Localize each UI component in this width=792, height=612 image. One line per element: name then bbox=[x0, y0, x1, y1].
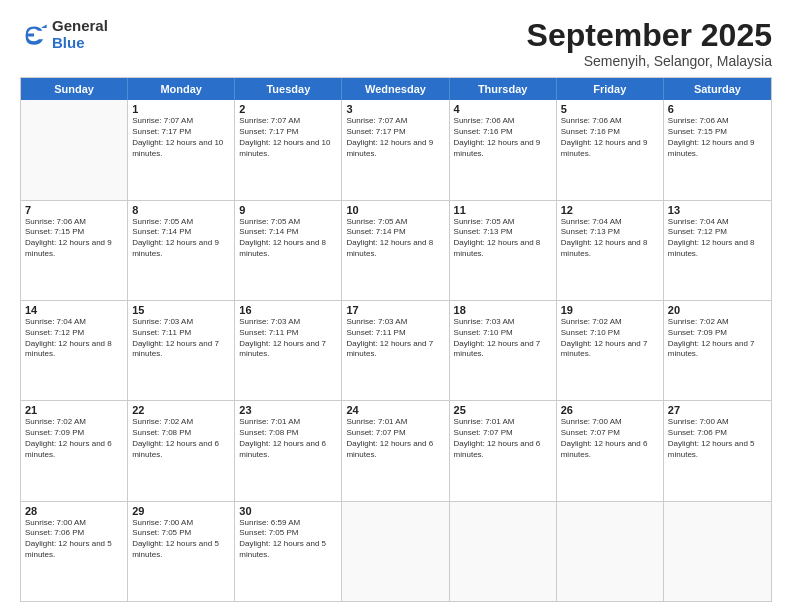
cal-cell-1-3: 10Sunrise: 7:05 AM Sunset: 7:14 PM Dayli… bbox=[342, 201, 449, 300]
cell-info: Sunrise: 7:04 AM Sunset: 7:13 PM Dayligh… bbox=[561, 217, 659, 260]
cal-cell-3-1: 22Sunrise: 7:02 AM Sunset: 7:08 PM Dayli… bbox=[128, 401, 235, 500]
header-saturday: Saturday bbox=[664, 78, 771, 100]
header-friday: Friday bbox=[557, 78, 664, 100]
day-number: 25 bbox=[454, 404, 552, 416]
cal-cell-4-0: 28Sunrise: 7:00 AM Sunset: 7:06 PM Dayli… bbox=[21, 502, 128, 601]
cell-info: Sunrise: 7:04 AM Sunset: 7:12 PM Dayligh… bbox=[668, 217, 767, 260]
month-title: September 2025 bbox=[527, 18, 772, 53]
day-number: 12 bbox=[561, 204, 659, 216]
cell-info: Sunrise: 7:04 AM Sunset: 7:12 PM Dayligh… bbox=[25, 317, 123, 360]
day-number: 6 bbox=[668, 103, 767, 115]
header-wednesday: Wednesday bbox=[342, 78, 449, 100]
cell-info: Sunrise: 7:01 AM Sunset: 7:07 PM Dayligh… bbox=[346, 417, 444, 460]
day-number: 7 bbox=[25, 204, 123, 216]
calendar-week-4: 28Sunrise: 7:00 AM Sunset: 7:06 PM Dayli… bbox=[21, 502, 771, 601]
cell-info: Sunrise: 7:05 AM Sunset: 7:14 PM Dayligh… bbox=[346, 217, 444, 260]
cal-cell-1-5: 12Sunrise: 7:04 AM Sunset: 7:13 PM Dayli… bbox=[557, 201, 664, 300]
header-sunday: Sunday bbox=[21, 78, 128, 100]
calendar: Sunday Monday Tuesday Wednesday Thursday… bbox=[20, 77, 772, 602]
cell-info: Sunrise: 7:06 AM Sunset: 7:15 PM Dayligh… bbox=[668, 116, 767, 159]
logo-blue-text: Blue bbox=[52, 35, 108, 52]
title-block: September 2025 Semenyih, Selangor, Malay… bbox=[527, 18, 772, 69]
day-number: 8 bbox=[132, 204, 230, 216]
cal-cell-4-3 bbox=[342, 502, 449, 601]
day-number: 17 bbox=[346, 304, 444, 316]
day-number: 28 bbox=[25, 505, 123, 517]
header-monday: Monday bbox=[128, 78, 235, 100]
day-number: 19 bbox=[561, 304, 659, 316]
calendar-week-1: 7Sunrise: 7:06 AM Sunset: 7:15 PM Daylig… bbox=[21, 201, 771, 301]
cal-cell-2-3: 17Sunrise: 7:03 AM Sunset: 7:11 PM Dayli… bbox=[342, 301, 449, 400]
calendar-week-0: 1Sunrise: 7:07 AM Sunset: 7:17 PM Daylig… bbox=[21, 100, 771, 200]
cal-cell-0-1: 1Sunrise: 7:07 AM Sunset: 7:17 PM Daylig… bbox=[128, 100, 235, 199]
cell-info: Sunrise: 7:05 AM Sunset: 7:14 PM Dayligh… bbox=[239, 217, 337, 260]
day-number: 2 bbox=[239, 103, 337, 115]
header-thursday: Thursday bbox=[450, 78, 557, 100]
day-number: 20 bbox=[668, 304, 767, 316]
cal-cell-1-1: 8Sunrise: 7:05 AM Sunset: 7:14 PM Daylig… bbox=[128, 201, 235, 300]
day-number: 15 bbox=[132, 304, 230, 316]
day-number: 1 bbox=[132, 103, 230, 115]
cal-cell-2-5: 19Sunrise: 7:02 AM Sunset: 7:10 PM Dayli… bbox=[557, 301, 664, 400]
cell-info: Sunrise: 7:00 AM Sunset: 7:05 PM Dayligh… bbox=[132, 518, 230, 561]
header: General Blue September 2025 Semenyih, Se… bbox=[20, 18, 772, 69]
day-number: 11 bbox=[454, 204, 552, 216]
cal-cell-3-6: 27Sunrise: 7:00 AM Sunset: 7:06 PM Dayli… bbox=[664, 401, 771, 500]
cell-info: Sunrise: 7:01 AM Sunset: 7:07 PM Dayligh… bbox=[454, 417, 552, 460]
cal-cell-4-1: 29Sunrise: 7:00 AM Sunset: 7:05 PM Dayli… bbox=[128, 502, 235, 601]
cal-cell-2-6: 20Sunrise: 7:02 AM Sunset: 7:09 PM Dayli… bbox=[664, 301, 771, 400]
day-number: 18 bbox=[454, 304, 552, 316]
cell-info: Sunrise: 7:05 AM Sunset: 7:14 PM Dayligh… bbox=[132, 217, 230, 260]
day-number: 22 bbox=[132, 404, 230, 416]
cal-cell-1-6: 13Sunrise: 7:04 AM Sunset: 7:12 PM Dayli… bbox=[664, 201, 771, 300]
cal-cell-2-2: 16Sunrise: 7:03 AM Sunset: 7:11 PM Dayli… bbox=[235, 301, 342, 400]
logo-icon bbox=[20, 21, 48, 49]
cal-cell-3-2: 23Sunrise: 7:01 AM Sunset: 7:08 PM Dayli… bbox=[235, 401, 342, 500]
day-number: 24 bbox=[346, 404, 444, 416]
logo: General Blue bbox=[20, 18, 108, 51]
page: General Blue September 2025 Semenyih, Se… bbox=[0, 0, 792, 612]
cal-cell-3-0: 21Sunrise: 7:02 AM Sunset: 7:09 PM Dayli… bbox=[21, 401, 128, 500]
cal-cell-0-2: 2Sunrise: 7:07 AM Sunset: 7:17 PM Daylig… bbox=[235, 100, 342, 199]
day-number: 16 bbox=[239, 304, 337, 316]
cal-cell-4-6 bbox=[664, 502, 771, 601]
cal-cell-2-4: 18Sunrise: 7:03 AM Sunset: 7:10 PM Dayli… bbox=[450, 301, 557, 400]
day-number: 3 bbox=[346, 103, 444, 115]
cell-info: Sunrise: 7:07 AM Sunset: 7:17 PM Dayligh… bbox=[239, 116, 337, 159]
cell-info: Sunrise: 7:03 AM Sunset: 7:11 PM Dayligh… bbox=[346, 317, 444, 360]
day-number: 4 bbox=[454, 103, 552, 115]
day-number: 23 bbox=[239, 404, 337, 416]
cell-info: Sunrise: 7:00 AM Sunset: 7:07 PM Dayligh… bbox=[561, 417, 659, 460]
day-number: 10 bbox=[346, 204, 444, 216]
location-subtitle: Semenyih, Selangor, Malaysia bbox=[527, 53, 772, 69]
cal-cell-3-3: 24Sunrise: 7:01 AM Sunset: 7:07 PM Dayli… bbox=[342, 401, 449, 500]
calendar-body: 1Sunrise: 7:07 AM Sunset: 7:17 PM Daylig… bbox=[21, 100, 771, 601]
cal-cell-4-4 bbox=[450, 502, 557, 601]
cell-info: Sunrise: 7:05 AM Sunset: 7:13 PM Dayligh… bbox=[454, 217, 552, 260]
cell-info: Sunrise: 7:06 AM Sunset: 7:16 PM Dayligh… bbox=[561, 116, 659, 159]
cal-cell-1-4: 11Sunrise: 7:05 AM Sunset: 7:13 PM Dayli… bbox=[450, 201, 557, 300]
cal-cell-4-2: 30Sunrise: 6:59 AM Sunset: 7:05 PM Dayli… bbox=[235, 502, 342, 601]
day-number: 27 bbox=[668, 404, 767, 416]
cell-info: Sunrise: 7:07 AM Sunset: 7:17 PM Dayligh… bbox=[346, 116, 444, 159]
cell-info: Sunrise: 7:03 AM Sunset: 7:10 PM Dayligh… bbox=[454, 317, 552, 360]
day-number: 13 bbox=[668, 204, 767, 216]
cal-cell-4-5 bbox=[557, 502, 664, 601]
cal-cell-0-0 bbox=[21, 100, 128, 199]
cell-info: Sunrise: 7:03 AM Sunset: 7:11 PM Dayligh… bbox=[239, 317, 337, 360]
calendar-week-3: 21Sunrise: 7:02 AM Sunset: 7:09 PM Dayli… bbox=[21, 401, 771, 501]
header-tuesday: Tuesday bbox=[235, 78, 342, 100]
cal-cell-0-3: 3Sunrise: 7:07 AM Sunset: 7:17 PM Daylig… bbox=[342, 100, 449, 199]
cell-info: Sunrise: 7:06 AM Sunset: 7:15 PM Dayligh… bbox=[25, 217, 123, 260]
calendar-header-row: Sunday Monday Tuesday Wednesday Thursday… bbox=[21, 78, 771, 100]
cell-info: Sunrise: 7:00 AM Sunset: 7:06 PM Dayligh… bbox=[668, 417, 767, 460]
cell-info: Sunrise: 7:06 AM Sunset: 7:16 PM Dayligh… bbox=[454, 116, 552, 159]
day-number: 29 bbox=[132, 505, 230, 517]
cal-cell-3-5: 26Sunrise: 7:00 AM Sunset: 7:07 PM Dayli… bbox=[557, 401, 664, 500]
cell-info: Sunrise: 7:07 AM Sunset: 7:17 PM Dayligh… bbox=[132, 116, 230, 159]
day-number: 14 bbox=[25, 304, 123, 316]
cal-cell-2-0: 14Sunrise: 7:04 AM Sunset: 7:12 PM Dayli… bbox=[21, 301, 128, 400]
cell-info: Sunrise: 7:02 AM Sunset: 7:09 PM Dayligh… bbox=[25, 417, 123, 460]
cell-info: Sunrise: 7:01 AM Sunset: 7:08 PM Dayligh… bbox=[239, 417, 337, 460]
cal-cell-0-6: 6Sunrise: 7:06 AM Sunset: 7:15 PM Daylig… bbox=[664, 100, 771, 199]
